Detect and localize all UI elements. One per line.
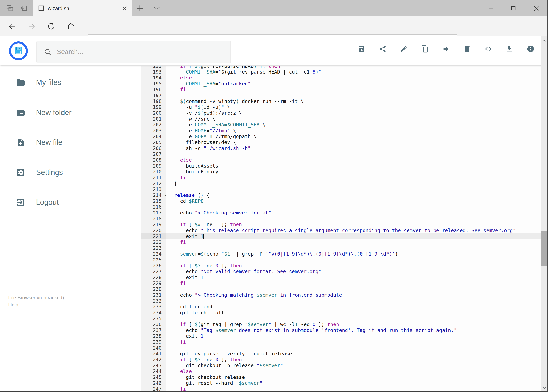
code-line[interactable]: 195 COMMIT_SHA="untracked" — [141, 81, 542, 86]
code-line[interactable]: 235 — [141, 315, 542, 321]
code-line[interactable]: 229 fi — [141, 280, 542, 286]
code-line[interactable]: 217 echo "> Checking semver format" — [141, 210, 542, 216]
code-line[interactable]: 240 — [141, 345, 542, 351]
code-line[interactable]: 201 -w //src \ — [141, 116, 542, 122]
code-line[interactable]: 215 cd $REPO — [141, 198, 542, 204]
help-link[interactable]: Help — [8, 301, 64, 308]
maximize-button[interactable] — [502, 0, 525, 16]
home-icon[interactable] — [67, 22, 75, 30]
code-line[interactable]: 206 sh -c "./wizard.sh -b" — [141, 145, 542, 151]
search-bar[interactable] — [36, 41, 231, 63]
search-input[interactable] — [57, 48, 230, 56]
code-line[interactable]: 247 fi — [141, 386, 542, 392]
code-line[interactable]: 239 fi — [141, 339, 542, 345]
code-line[interactable]: 237 echo "Tag $semver does not exist in … — [141, 327, 542, 333]
code-line[interactable]: 234 git fetch --all — [141, 310, 542, 315]
tab-preview-chevron-icon[interactable] — [150, 0, 164, 16]
settings-icon — [16, 168, 25, 177]
code-line[interactable]: 233 cd frontend — [141, 304, 542, 310]
code-line[interactable]: 218 — [141, 216, 542, 222]
forward-icon[interactable] — [28, 22, 36, 30]
code-line[interactable]: 238 exit 1 — [141, 333, 542, 339]
scroll-up-icon[interactable] — [541, 37, 548, 44]
code-line[interactable]: 200 -v /$(pwd):/src:z \ — [141, 110, 542, 116]
code-line[interactable]: 207 — [141, 151, 542, 157]
save-button[interactable] — [358, 45, 366, 53]
code-line[interactable]: 193 COMMIT_SHA="$(git rev-parse HEAD | c… — [141, 69, 542, 75]
code-line[interactable]: 222 fi — [141, 239, 542, 245]
code-editor[interactable]: 192 if [ $(git rev-parse HEAD) ]; then19… — [141, 66, 542, 392]
code-line[interactable]: 216 — [141, 204, 542, 210]
info-button[interactable] — [527, 45, 534, 53]
code-line[interactable]: 211 fi — [141, 175, 542, 181]
delete-button[interactable] — [463, 45, 471, 53]
code-line[interactable]: 196 fi — [141, 86, 542, 92]
sidebar-item-settings[interactable]: Settings — [0, 163, 141, 182]
code-line[interactable]: 244 else — [141, 368, 542, 374]
code-line[interactable]: 227 echo "Not valid semver format. See s… — [141, 268, 542, 274]
close-button[interactable] — [525, 0, 548, 16]
code-line[interactable]: 208 else — [141, 157, 542, 163]
folder-plus-icon — [16, 108, 25, 117]
folder-icon — [16, 78, 25, 87]
code-line[interactable]: 209 buildAssets — [141, 163, 542, 169]
new-tab-button[interactable] — [133, 0, 147, 16]
code-line[interactable]: 220 echo "This release script requires a… — [141, 227, 542, 233]
rename-button[interactable] — [400, 45, 408, 53]
sidebar-divider — [0, 158, 141, 158]
code-line[interactable]: 202 -e COMMIT_SHA=$COMMIT_SHA \ — [141, 122, 542, 128]
sidebar-item-logout[interactable]: Logout — [0, 193, 141, 212]
minimize-button[interactable] — [479, 0, 502, 16]
code-line[interactable]: 243 git checkout -b release "$semver" — [141, 363, 542, 368]
scrollbar-thumb[interactable] — [541, 231, 548, 266]
copy-button[interactable] — [421, 45, 429, 53]
download-button[interactable] — [506, 45, 513, 53]
page-scrollbar[interactable] — [541, 36, 548, 392]
tab-preview-icon[interactable] — [6, 4, 14, 12]
code-line[interactable]: 221 exit 1 — [141, 233, 542, 239]
code-line[interactable]: 224 semver=$(echo "$1" | grep -P '^v(0|[… — [141, 251, 542, 257]
move-button[interactable] — [442, 45, 450, 53]
code-line[interactable]: 219 if [ $# -ne 1 ]; then — [141, 222, 542, 227]
code-line[interactable]: 214▾release () { — [141, 192, 542, 198]
code-line[interactable]: 225 — [141, 257, 542, 263]
code-line[interactable]: 203 -e HOME="//tmp" \ — [141, 128, 542, 133]
code-line[interactable]: 199 -u "$(id -u)" \ — [141, 104, 542, 110]
code-line[interactable]: 231 echo "> Checking matching $semver in… — [141, 292, 542, 298]
code-line[interactable]: 204 -e GOPATH=//tmp/gopath \ — [141, 133, 542, 139]
fold-marker-icon[interactable]: ▾ — [164, 193, 166, 198]
code-line[interactable]: 223 — [141, 245, 542, 251]
back-icon[interactable] — [8, 22, 16, 30]
code-line[interactable]: 212} — [141, 181, 542, 186]
code-line[interactable]: 232 — [141, 298, 542, 304]
code-line[interactable]: 198 $(command -v winpty) docker run --rm… — [141, 98, 542, 104]
sidebar-item-my-files[interactable]: My files — [0, 73, 141, 92]
filebrowser-logo[interactable] — [9, 42, 28, 60]
gutter-line-number: 203 — [141, 128, 166, 133]
code-view-button[interactable] — [484, 45, 492, 53]
code-line[interactable]: 230 — [141, 286, 542, 292]
code-line[interactable]: 241 git rev-parse --verify --quiet relea… — [141, 351, 542, 357]
sidebar-item-new-folder[interactable]: New folder — [0, 103, 141, 122]
code-line[interactable]: 213 — [141, 186, 542, 192]
gutter-line-number: 216 — [141, 204, 166, 210]
tab-close-icon[interactable] — [121, 5, 128, 12]
share-file-button[interactable] — [379, 45, 387, 53]
code-line[interactable]: 192 if [ $(git rev-parse HEAD) ]; then — [141, 66, 542, 69]
set-tabs-aside-icon[interactable] — [19, 4, 27, 12]
refresh-icon[interactable] — [47, 22, 55, 30]
browser-nav-bar: filebrowser.web/files/wizard.sh — [0, 16, 548, 36]
code-line[interactable]: 242 if [ $? -ne 0 ]; then — [141, 357, 542, 363]
code-line[interactable]: 236 if [ $(git tag | grep "$semver" | wc… — [141, 321, 542, 327]
scroll-down-icon[interactable] — [541, 384, 548, 392]
code-line[interactable]: 194 else — [141, 75, 542, 81]
browser-tab[interactable]: wizard.sh — [33, 0, 132, 16]
code-line[interactable]: 246 git reset --hard "$semver" — [141, 380, 542, 386]
code-line[interactable]: 197 — [141, 92, 542, 98]
code-line[interactable]: 205 filebrowser/dev \ — [141, 139, 542, 145]
code-line[interactable]: 226 if [ $? -ne 0 ]; then — [141, 263, 542, 268]
sidebar-item-new-file[interactable]: New file — [0, 133, 141, 152]
code-line[interactable]: 245 git checkout release — [141, 374, 542, 380]
code-line[interactable]: 210 buildBinary — [141, 169, 542, 175]
code-line[interactable]: 228 exit 1 — [141, 274, 542, 280]
